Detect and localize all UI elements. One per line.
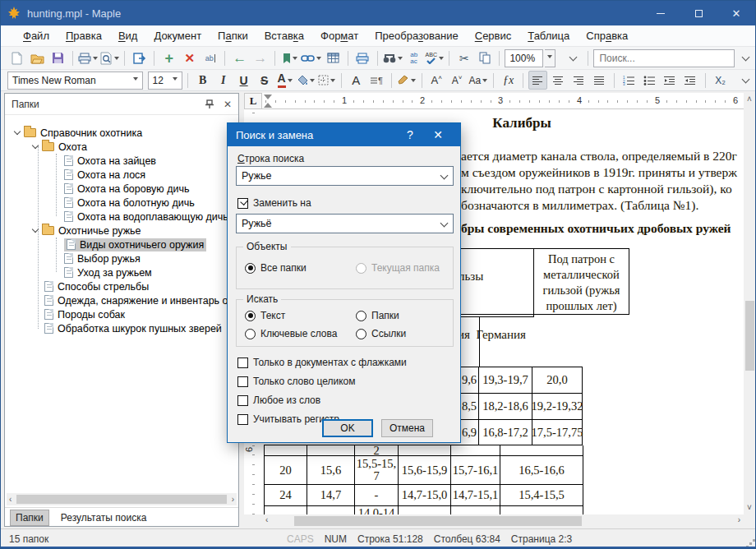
menu-format[interactable]: Формат: [313, 27, 366, 44]
shrink-font-button[interactable]: A˅: [448, 71, 467, 90]
menu-document[interactable]: Документ: [146, 27, 209, 44]
strikethrough-button[interactable]: S: [255, 71, 274, 90]
zoom-combobox[interactable]: 100%: [505, 49, 542, 67]
tree-item-folder[interactable]: Охота: [5, 140, 238, 154]
numbered-list-button[interactable]: 123: [620, 71, 638, 90]
scrollbar-thumb[interactable]: [16, 495, 226, 504]
tree-item-document[interactable]: Обработка шкурок пушных зверей: [5, 321, 238, 335]
expander-icon[interactable]: [14, 128, 21, 135]
menu-folders[interactable]: Папки: [210, 27, 256, 44]
copy-button[interactable]: [475, 48, 494, 67]
print-dropdown[interactable]: [93, 57, 98, 62]
spellcheck-dropdown[interactable]: [439, 57, 444, 62]
save-button[interactable]: [48, 48, 67, 67]
format-painter-button[interactable]: [397, 71, 417, 90]
link-button[interactable]: [301, 48, 321, 67]
replace-with-checkbox[interactable]: Заменить на: [237, 197, 311, 209]
open-button[interactable]: [28, 48, 47, 67]
tree-item-document[interactable]: Охота на болотную дичь: [5, 196, 238, 210]
delete-button[interactable]: ✕: [180, 48, 199, 67]
justify-button[interactable]: [590, 71, 609, 90]
scrollbar-thumb[interactable]: [745, 301, 754, 371]
grow-font-button[interactable]: A˄: [427, 71, 446, 90]
scroll-right-arrow[interactable]: ›: [738, 516, 740, 524]
bookmark-dropdown[interactable]: [293, 57, 297, 62]
folders-radio[interactable]: Папки: [356, 310, 399, 321]
menu-file[interactable]: Файл: [16, 27, 57, 44]
underline-button[interactable]: U: [234, 71, 253, 90]
tab-stop-selector[interactable]: L: [244, 93, 262, 109]
borders-dropdown[interactable]: [330, 79, 335, 85]
print-preview-button[interactable]: [100, 48, 120, 67]
print-preview-dropdown[interactable]: [114, 57, 119, 62]
menu-view[interactable]: Вид: [111, 27, 145, 44]
align-left-button[interactable]: [528, 71, 547, 90]
replace-button[interactable]: abac: [404, 48, 423, 67]
increase-indent-button[interactable]: [681, 71, 700, 90]
tree-item-folder[interactable]: Охотничье ружье: [5, 224, 238, 238]
toolbar2-overflow-chevron[interactable]: [736, 71, 755, 90]
tree-item-document[interactable]: Охота на зайцев: [5, 154, 238, 168]
current-folder-radio[interactable]: Текущая папка: [356, 262, 440, 274]
resize-grip[interactable]: [749, 542, 752, 545]
tree-item-document[interactable]: Выбор ружья: [5, 251, 238, 265]
find-button[interactable]: [383, 48, 403, 67]
menu-insert[interactable]: Вставка: [257, 27, 311, 44]
change-case-dropdown[interactable]: [482, 79, 487, 85]
find-dropdown[interactable]: [398, 57, 403, 62]
tree-item-document[interactable]: Охота на лося: [5, 168, 238, 182]
dialog-close-button[interactable]: ✕: [424, 123, 452, 146]
decrease-indent-button[interactable]: [661, 71, 680, 90]
ok-button[interactable]: OK: [322, 419, 373, 437]
whole-word-checkbox[interactable]: Только слово целиком: [237, 376, 356, 387]
minimize-button[interactable]: [642, 1, 680, 25]
tree-item-document[interactable]: Охота на боровую дичь: [5, 182, 238, 196]
scroll-left-arrow[interactable]: ‹: [265, 516, 268, 524]
tree-item-document-selected[interactable]: Виды охотничьего оружия: [5, 238, 238, 251]
tree-item-document[interactable]: Породы собак: [5, 307, 238, 321]
dialog-help-button[interactable]: ?: [396, 123, 424, 146]
paragraph-marks-button[interactable]: ¶: [367, 71, 386, 90]
toolbar-overflow-chevron[interactable]: [564, 48, 583, 67]
scroll-down-arrow[interactable]: ˅: [747, 504, 752, 512]
align-right-button[interactable]: [569, 71, 588, 90]
print-button[interactable]: [78, 48, 99, 67]
fill-color-dropdown[interactable]: [310, 79, 315, 85]
bullet-list-button[interactable]: [640, 71, 659, 90]
back-button[interactable]: ←: [230, 48, 249, 67]
change-case-button[interactable]: Aa: [468, 71, 488, 90]
format-painter-dropdown[interactable]: [411, 79, 416, 85]
font-size-combobox[interactable]: 12: [148, 72, 183, 90]
spellcheck-button[interactable]: ABC: [425, 48, 444, 67]
table-button[interactable]: [324, 48, 343, 67]
zoom-dropdown[interactable]: [545, 49, 556, 67]
panel-close-icon[interactable]: ✕: [224, 99, 232, 110]
scroll-right-arrow[interactable]: ›: [232, 496, 234, 504]
fill-color-button[interactable]: [296, 71, 316, 90]
menu-help[interactable]: Справка: [579, 27, 635, 44]
new-document-button[interactable]: [7, 48, 26, 67]
cancel-button[interactable]: Отмена: [381, 419, 433, 437]
tree-item-folder[interactable]: Справочник охотника: [5, 126, 238, 140]
scroll-up-arrow[interactable]: ˄: [747, 95, 752, 104]
hanging-indent-marker[interactable]: [264, 99, 272, 108]
align-center-button[interactable]: [549, 71, 568, 90]
formula-button[interactable]: ƒx: [499, 71, 518, 90]
panel-horizontal-scrollbar[interactable]: ‹ ›: [7, 493, 237, 505]
search-input[interactable]: [593, 49, 735, 67]
cut-button[interactable]: ✂: [454, 48, 473, 67]
tab-search-results[interactable]: Результаты поиска: [56, 510, 152, 525]
flagged-docs-checkbox[interactable]: Только в документах с флажками: [237, 357, 407, 368]
scroll-left-arrow[interactable]: ‹: [9, 496, 12, 504]
tree-item-document[interactable]: Охота на водоплавающую дичь: [5, 210, 238, 224]
scrollbar-thumb[interactable]: [294, 516, 582, 526]
links-radio[interactable]: Ссылки: [356, 328, 406, 339]
font-color-button[interactable]: A: [275, 71, 294, 90]
text-radio[interactable]: Текст: [245, 310, 285, 321]
tree-item-document[interactable]: Одежда, снаряжение и инвентарь охотн: [5, 293, 238, 307]
link-dropdown[interactable]: [316, 57, 321, 62]
tree-item-document[interactable]: Уход за ружьем: [5, 265, 238, 279]
close-button[interactable]: ✕: [717, 1, 755, 25]
any-word-checkbox[interactable]: Любое из слов: [237, 394, 320, 406]
forward-button[interactable]: →: [251, 48, 270, 67]
